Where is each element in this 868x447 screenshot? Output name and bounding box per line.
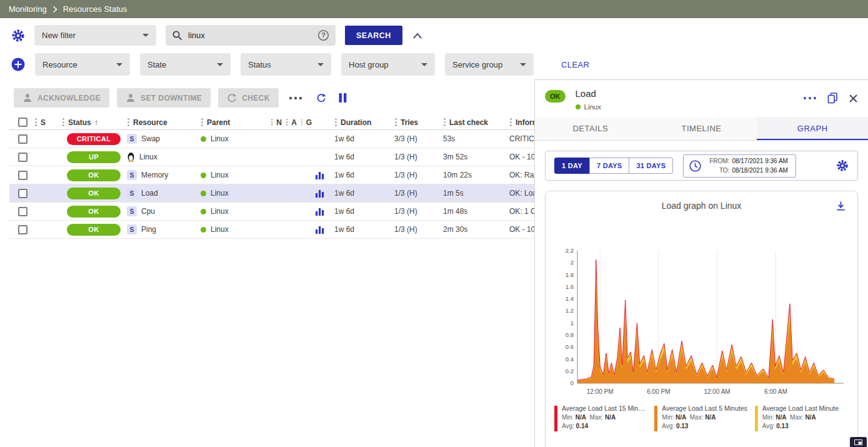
breadcrumb-item-monitoring[interactable]: Monitoring [9,4,47,14]
column-header-resource[interactable]: Resource [123,115,197,129]
drag-handle-icon[interactable] [286,118,288,127]
parent-name[interactable]: Linux [211,225,229,234]
drag-handle-icon[interactable] [201,118,204,127]
resource-name[interactable]: Memory [141,171,168,179]
filter-criteria-resource[interactable]: Resource [35,53,130,76]
drag-handle-icon[interactable] [34,118,37,127]
resource-name[interactable]: Swap [141,134,160,143]
drag-handle-icon[interactable] [509,118,512,127]
legend-item[interactable]: Average Load Last 15 Minutes Min: N/A Ma… [554,404,648,431]
corner-overlay-button[interactable] [850,437,867,447]
resource-name[interactable]: Ping [141,225,156,234]
table-row[interactable]: OK SMemory Linux 1w 6d 1/3 (H) 10m 22s O… [9,166,534,184]
check-button[interactable]: CHECK [218,88,279,108]
column-header-duration[interactable]: Duration [331,115,391,129]
graph-icon[interactable] [316,226,324,234]
resource-name[interactable]: Linux [139,153,157,161]
criteria-dropdowns: Resource State Status Host group Service… [35,53,534,76]
legend-item[interactable]: Average Load Last 5 Minutes Min: N/A Max… [654,404,748,431]
last-check-cell: 3m 52s [439,148,506,166]
refresh-icon[interactable] [316,93,326,103]
filter-criteria-service-group[interactable]: Service group [445,53,534,76]
download-icon[interactable] [836,201,846,214]
table-row[interactable]: UP Linux 1w 6d 1/3 (H) 3m 52s OK - 10 [9,148,534,166]
column-header-g[interactable]: G [297,115,312,129]
graph-icon[interactable] [316,171,324,179]
column-header-s[interactable]: S [31,115,58,129]
legend-min-max: Min: N/A Max: N/A [562,414,648,421]
column-header-tries[interactable]: Tries [391,115,439,129]
more-options-icon[interactable] [803,96,817,100]
parent-name[interactable]: Linux [211,189,229,198]
row-checkbox[interactable] [18,153,27,162]
column-header-a[interactable]: A [282,115,297,129]
range-31-days[interactable]: 31 DAYS [629,158,673,174]
table-row[interactable]: OK SCpu Linux 1w 6d 1/3 (H) 1m 48s OK: 1… [9,203,534,221]
sort-asc-icon[interactable]: ↑ [94,118,98,127]
resource-name[interactable]: Load [141,189,158,198]
filter-settings-icon[interactable] [11,29,25,43]
column-header-n[interactable]: N [267,115,282,129]
column-header-status[interactable]: Status↑ [58,115,123,129]
search-input[interactable]: linux ? [166,25,336,46]
graph-settings-icon[interactable] [836,159,849,172]
load-graph[interactable]: 12:00 PM6:00 PM12:00 AM6:00 AM00.20.40.6… [555,243,849,401]
drag-handle-icon[interactable] [271,118,273,127]
parent-name[interactable]: Linux [211,207,229,216]
search-value: linux [188,31,312,40]
drag-handle-icon[interactable] [127,118,130,127]
acknowledge-button[interactable]: ACKNOWLEDGE [14,88,109,108]
resource-name[interactable]: Cpu [141,207,155,216]
graph-icon[interactable] [316,189,324,198]
row-checkbox[interactable] [18,134,27,144]
filter-criteria-host-group[interactable]: Host group [341,53,435,76]
more-actions-button[interactable] [286,96,305,100]
row-checkbox[interactable] [18,207,27,216]
column-header-last-check[interactable]: Last check [439,115,506,129]
column-header-parent[interactable]: Parent [197,115,267,129]
parent-name[interactable]: Linux [211,134,229,143]
tab-details[interactable]: DETAILS [535,117,646,140]
drag-handle-icon[interactable] [443,118,446,127]
saved-filter-select[interactable]: New filter [34,25,156,46]
breadcrumb-item-resources-status[interactable]: Resources Status [63,4,127,14]
tab-graph[interactable]: GRAPH [757,117,868,140]
graph-icon[interactable] [316,208,324,216]
plus-icon [11,58,25,71]
chevron-down-icon [520,63,526,66]
copy-link-icon[interactable] [827,93,838,104]
pause-autorefresh-icon[interactable] [337,93,348,103]
column-header-information[interactable]: Information [506,115,534,129]
filter-criteria-state[interactable]: State [140,53,231,76]
set-downtime-button[interactable]: SET DOWNTIME [117,88,211,108]
row-checkbox[interactable] [18,189,27,198]
check-refresh-icon [227,93,237,103]
tab-timeline[interactable]: TIMELINE [646,117,757,140]
search-button[interactable]: SEARCH [345,26,402,45]
information-cell: OK: 1 C [506,203,534,220]
row-checkbox[interactable] [18,225,27,234]
legend-item[interactable]: Average Load Last Minute Min: N/A Max: N… [755,404,849,431]
panel-status-badge: OK [545,90,566,103]
drag-handle-icon[interactable] [62,118,65,127]
collapse-filters-icon[interactable] [412,32,423,39]
help-icon[interactable]: ? [317,29,329,41]
table-row[interactable]: OK SPing Linux 1w 6d 1/3 (H) 2m 30s OK -… [9,221,534,239]
drag-handle-icon[interactable] [334,118,337,127]
clear-filters-button[interactable]: CLEAR [561,60,589,69]
range-1-day[interactable]: 1 DAY [554,158,590,174]
range-7-days[interactable]: 7 DAYS [589,158,630,174]
table-row[interactable]: OK SLoad Linux 1w 6d 1/3 (H) 1m 5s OK: L… [9,184,534,203]
parent-name[interactable]: Linux [211,171,229,179]
svg-text:6:00 PM: 6:00 PM [647,388,670,395]
drag-handle-icon[interactable] [301,118,303,127]
filter-criteria-status[interactable]: Status [241,53,331,76]
date-range-picker[interactable]: FROM:08/17/2021 9:36 AM TO:08/18/2021 9:… [683,154,796,178]
add-criteria-icon[interactable] [11,58,25,71]
select-all-checkbox[interactable] [18,118,27,127]
drag-handle-icon[interactable] [394,118,397,127]
table-row[interactable]: CRITICAL SSwap Linux 1w 6d 3/3 (H) 53s C… [9,130,534,148]
row-checkbox[interactable] [18,171,27,180]
close-icon[interactable] [849,94,858,103]
criteria-label: Service group [452,60,502,69]
